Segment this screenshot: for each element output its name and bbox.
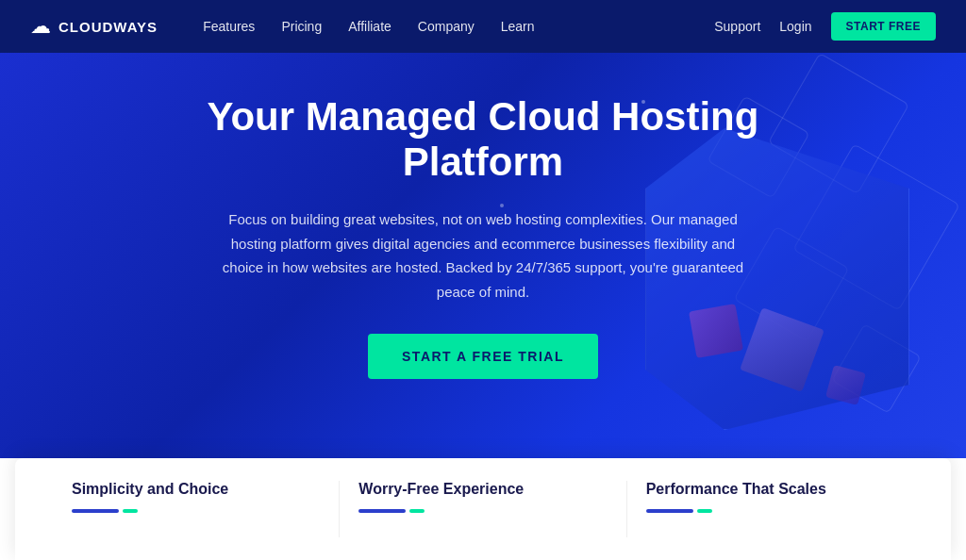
hero-content: Your Managed Cloud Hosting Platform Focu…	[153, 94, 813, 380]
feature-simplicity-title: Simplicity and Choice	[72, 481, 320, 498]
cloudways-logo-icon: ☁	[30, 14, 51, 39]
logo[interactable]: ☁ CLOUDWAYS	[30, 14, 158, 39]
nav-features[interactable]: Features	[203, 19, 255, 34]
nav-links: Features Pricing Affiliate Company Learn	[203, 18, 714, 35]
hero-section: Your Managed Cloud Hosting Platform Focu…	[0, 53, 966, 458]
hero-title: Your Managed Cloud Hosting Platform	[153, 94, 813, 186]
line-green-1	[123, 509, 138, 513]
feature-simplicity-line	[72, 509, 320, 513]
login-link[interactable]: Login	[779, 19, 811, 34]
start-free-button[interactable]: START FREE	[831, 12, 936, 41]
line-green-2	[409, 509, 425, 513]
nav-learn[interactable]: Learn	[501, 19, 535, 34]
navbar: ☁ CLOUDWAYS Features Pricing Affiliate C…	[0, 0, 966, 53]
support-link[interactable]: Support	[714, 19, 760, 34]
nav-pricing[interactable]: Pricing	[281, 19, 322, 34]
features-strip: Simplicity and Choice Worry-Free Experie…	[15, 458, 951, 560]
line-dark-3	[646, 509, 693, 513]
nav-right: Support Login START FREE	[714, 12, 936, 41]
hex-outline-3	[792, 143, 960, 311]
line-dark-1	[72, 509, 119, 513]
feature-worry-free-line	[358, 509, 607, 513]
line-dark-2	[358, 509, 406, 513]
feature-worry-free-title: Worry-Free Experience	[358, 481, 607, 498]
feature-performance-title: Performance That Scales	[646, 481, 894, 498]
nav-affiliate[interactable]: Affiliate	[348, 19, 391, 34]
hero-description: Focus on building great websites, not on…	[209, 207, 757, 304]
feature-worry-free: Worry-Free Experience	[340, 481, 626, 537]
feature-performance-line	[646, 509, 894, 513]
feature-simplicity: Simplicity and Choice	[53, 481, 340, 537]
feature-performance: Performance That Scales	[627, 481, 913, 537]
hex-outline-5	[831, 323, 922, 414]
cube-3	[825, 365, 866, 405]
nav-company[interactable]: Company	[418, 19, 475, 34]
logo-text: CLOUDWAYS	[58, 19, 158, 35]
hero-cta-button[interactable]: START A FREE TRIAL	[368, 334, 598, 379]
line-green-3	[697, 509, 712, 513]
